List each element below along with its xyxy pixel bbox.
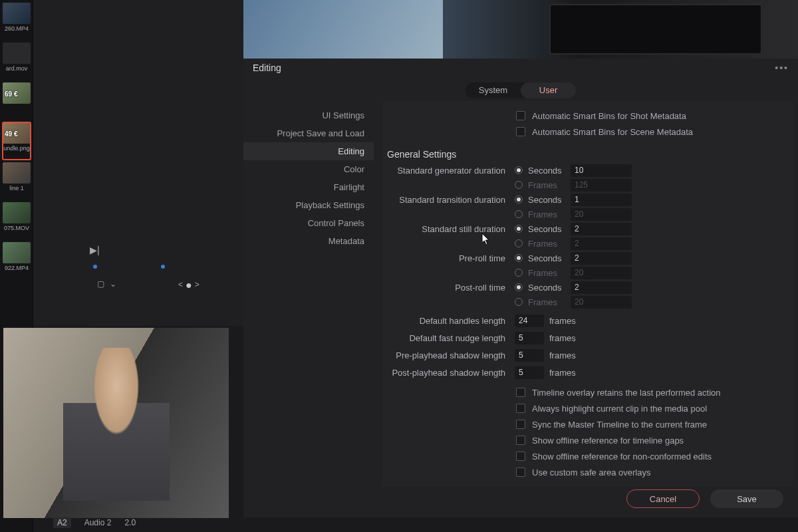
section-title: General Settings [387,149,786,160]
radio-frames[interactable] [515,298,523,306]
media-clip[interactable]: 69 € [3,82,31,120]
field-label: Pre-playhead shadow length [383,350,515,360]
checkbox[interactable] [516,404,525,413]
field-label: Post-roll time [383,283,515,293]
category-item[interactable]: Playback Settings [243,196,374,214]
checkbox[interactable] [516,388,525,397]
seconds-input[interactable] [571,252,632,265]
checkbox-label: Show offline reference for non-conformed… [532,452,712,462]
preferences-dialog: Editing ••• System User UI SettingsProje… [243,59,798,517]
media-clip[interactable]: line 1 [3,162,31,200]
category-item[interactable]: Metadata [243,232,374,250]
media-clip[interactable]: 260.MP4 [3,3,31,40]
unit-suffix: frames [549,350,576,360]
field-label: Standard transition duration [383,195,515,205]
media-clip[interactable]: ard.mov [3,43,31,80]
field-label: Post-playhead shadow length [383,368,515,378]
radio-label: Seconds [528,283,562,293]
checkbox-label: Use custom safe area overlays [532,467,650,477]
unit-suffix: frames [549,368,576,378]
radio-seconds[interactable] [515,225,523,233]
frames-input[interactable] [571,237,632,250]
top-preview-strip [243,0,798,59]
radio-label: Frames [528,268,557,278]
timeline-track: A2 Audio 2 2.0 [53,516,243,529]
seconds-input[interactable] [571,164,632,177]
media-clip[interactable]: 49 €undle.png [3,122,31,160]
category-item[interactable]: Control Panels [243,214,374,232]
frames-value-input[interactable] [515,332,544,344]
track-meter: 2.0 [124,518,136,527]
save-button[interactable]: Save [710,489,783,508]
field-label: Default handles length [383,316,515,326]
radio-label: Frames [528,239,557,249]
chevron-down-icon[interactable]: ⌄ [110,279,116,289]
radio-label: Seconds [528,224,562,234]
radio-frames[interactable] [515,210,523,218]
radio-label: Seconds [528,253,562,263]
radio-label: Frames [528,180,557,190]
category-item[interactable]: Fairlight [243,178,374,196]
checkbox[interactable] [516,420,525,429]
checkbox-smartbins-shot[interactable] [516,111,525,120]
webcam-pip [3,328,229,518]
scope-tabs: System User [466,82,576,98]
tab-user[interactable]: User [521,82,576,98]
dialog-title: Editing [253,63,281,73]
frames-value-input[interactable] [515,366,544,379]
radio-label: Frames [528,297,557,307]
radio-frames[interactable] [515,269,523,277]
radio-seconds[interactable] [515,196,523,203]
seconds-input[interactable] [571,194,632,206]
track-id: A2 [53,517,71,528]
frames-input[interactable] [571,179,632,192]
crop-icon[interactable]: ▢ [97,279,104,289]
radio-label: Seconds [528,195,562,205]
track-label: Audio 2 [84,518,112,527]
checkbox[interactable] [516,452,525,461]
field-label: Standard still duration [383,224,515,234]
frames-value-input[interactable] [515,315,544,327]
radio-label: Frames [528,209,557,219]
radio-seconds[interactable] [515,254,523,262]
nav-arrows[interactable]: <●> [178,279,202,291]
field-label: Pre-roll time [383,253,515,263]
checkbox-label: Sync the Master Timeline to the current … [532,420,707,430]
checkbox-label: Timeline overlay retains the last perfor… [532,388,720,398]
field-label: Standard generator duration [383,166,515,176]
category-item[interactable]: Project Save and Load [243,124,374,142]
radio-label: Seconds [528,166,562,176]
category-item[interactable]: Editing [243,142,374,160]
checkbox[interactable] [516,467,525,477]
category-list: UI SettingsProject Save and LoadEditingC… [243,101,374,487]
unit-suffix: frames [549,333,576,343]
seconds-input[interactable] [571,223,632,235]
radio-seconds[interactable] [515,283,523,291]
radio-frames[interactable] [515,181,523,189]
skip-forward-icon[interactable]: ▶| [90,245,100,255]
category-item[interactable]: UI Settings [243,106,374,124]
checkbox-label: Automatic Smart Bins for Shot Metadata [532,111,686,121]
media-clip[interactable]: 075.MOV [3,202,31,239]
checkbox-label: Show offline reference for timeline gaps [532,436,684,446]
category-item[interactable]: Color [243,160,374,178]
unit-suffix: frames [549,316,576,326]
checkbox-label: Always highlight current clip in the med… [532,404,707,414]
checkbox-label: Automatic Smart Bins for Scene Metadata [532,127,693,137]
dialog-menu-icon[interactable]: ••• [775,63,789,73]
field-label: Default fast nudge length [383,333,515,343]
scrub-bar[interactable] [93,261,266,265]
tab-system[interactable]: System [466,82,521,98]
frames-input[interactable] [571,267,632,279]
checkbox-smartbins-scene[interactable] [516,127,525,136]
checkbox[interactable] [516,436,525,445]
frames-input[interactable] [571,208,632,221]
radio-seconds[interactable] [515,166,523,174]
media-clip[interactable]: 922.MP4 [3,242,31,279]
seconds-input[interactable] [571,281,632,294]
viewer-area: ▶| ▢ ⌄ <●> [33,0,243,326]
frames-value-input[interactable] [515,349,544,362]
frames-input[interactable] [571,296,632,309]
cancel-button[interactable]: Cancel [626,489,700,508]
radio-frames[interactable] [515,239,523,247]
